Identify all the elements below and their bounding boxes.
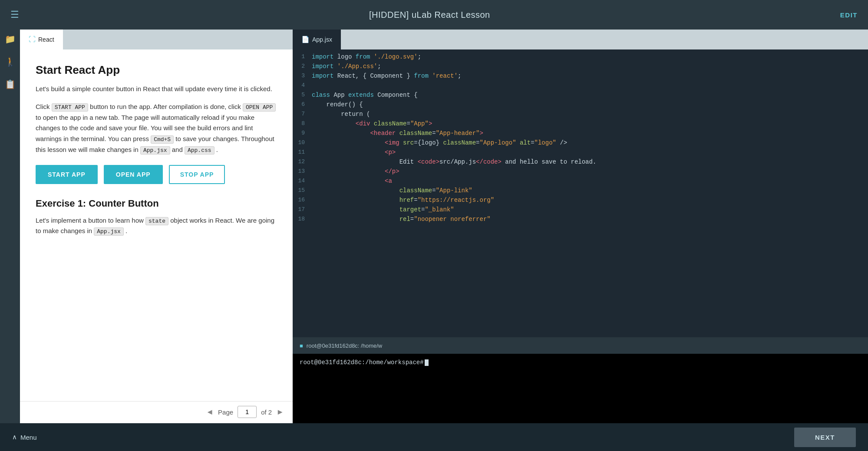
edit-button[interactable]: EDIT — [840, 11, 858, 19]
para2-before-start: Click — [36, 103, 52, 110]
line-number: 8 — [293, 120, 312, 127]
bottom-bar: ∧ Menu NEXT — [0, 423, 868, 451]
appcss-code: App.css — [185, 146, 215, 155]
code-line: 13 </p> — [293, 168, 868, 177]
para2-and: and — [172, 146, 185, 153]
line-content: Edit <code>src/App.js</code> and hello s… — [312, 158, 596, 165]
line-number: 18 — [293, 216, 312, 222]
code-line: 14 <a — [293, 177, 868, 187]
state-code: state — [145, 217, 168, 225]
line-content: import './App.css'; — [312, 63, 381, 70]
line-number: 4 — [293, 82, 312, 89]
line-content: <header className="App-header"> — [312, 130, 483, 137]
code-line: 6 render() { — [293, 101, 868, 110]
line-content: render() { — [312, 101, 363, 108]
next-page-button[interactable]: ► — [276, 408, 284, 417]
prev-page-button[interactable]: ◄ — [206, 408, 214, 417]
lesson-para1: Let's build a simple counter button in R… — [36, 84, 277, 95]
code-line: 2 import './App.css'; — [293, 63, 868, 72]
line-number: 5 — [293, 92, 312, 98]
para3-before: Let's implement a button to learn how — [36, 217, 145, 224]
hamburger-icon[interactable]: ☰ — [10, 10, 19, 20]
line-number: 9 — [293, 130, 312, 136]
lesson-heading: Start React App — [36, 63, 277, 77]
stop-app-button[interactable]: STOP APP — [169, 165, 225, 184]
line-number: 17 — [293, 206, 312, 213]
code-line: 9 <header className="App-header"> — [293, 129, 868, 139]
code-tab-row: 📄 App.jsx — [293, 30, 868, 49]
menu-label: Menu — [20, 434, 37, 441]
line-content: return ( — [312, 111, 370, 118]
line-number: 16 — [293, 197, 312, 203]
line-content: href="https://reactjs.org" — [312, 197, 494, 204]
cmd-s-code: Cmd+S — [151, 135, 174, 144]
code-line: 4 — [293, 82, 868, 91]
code-line: 17 target="_blank" — [293, 206, 868, 215]
code-panel: 📄 App.jsx 1 import logo from './logo.svg… — [293, 30, 868, 423]
page-label: Page — [218, 408, 233, 416]
action-buttons: START APP OPEN APP STOP APP — [36, 165, 277, 184]
line-number: 7 — [293, 111, 312, 117]
line-number: 2 — [293, 63, 312, 69]
person-icon[interactable]: 🚶 — [5, 56, 16, 67]
jsx-tab-icon: 📄 — [301, 36, 310, 43]
para3-end: . — [125, 227, 127, 234]
line-number: 13 — [293, 168, 312, 174]
line-content: className="App-link" — [312, 187, 472, 194]
tab-app-jsx[interactable]: 📄 App.jsx — [293, 30, 341, 49]
line-content: <div className="App"> — [312, 120, 432, 127]
menu-arrow-icon: ∧ — [12, 433, 17, 441]
para2-end: . — [216, 146, 218, 153]
code-line: 12 Edit <code>src/App.js</code> and hell… — [293, 158, 868, 168]
pagination: ◄ Page of 2 ► — [20, 401, 293, 423]
page-number-input[interactable] — [238, 406, 257, 418]
code-line: 1 import logo from './logo.svg'; — [293, 53, 868, 63]
line-number: 11 — [293, 149, 312, 155]
terminal-prompt: root@0e31fd162d8c:/home/workspace# — [300, 359, 861, 366]
line-number: 12 — [293, 158, 312, 165]
code-line: 10 <img src={logo} className="App-logo" … — [293, 139, 868, 148]
code-line: 8 <div className="App"> — [293, 120, 868, 129]
start-app-code: START APP — [52, 103, 88, 112]
lesson-para2: Click START APP button to run the app. A… — [36, 102, 277, 155]
terminal-prompt-text: root@0e31fd162d8c:/home/workspace# — [300, 359, 424, 366]
terminal-area[interactable]: root@0e31fd162d8c:/home/workspace# — [293, 354, 868, 423]
code-line: 7 return ( — [293, 110, 868, 120]
code-line: 3 import React, { Component } from 'reac… — [293, 72, 868, 82]
line-content: </p> — [312, 168, 399, 175]
exercise-heading: Exercise 1: Counter Button — [36, 198, 277, 209]
lesson-panel: ⛶ React Start React App Let's build a si… — [20, 30, 293, 423]
line-number: 6 — [293, 101, 312, 108]
line-number: 3 — [293, 72, 312, 79]
folder-icon[interactable]: 📁 — [5, 34, 16, 44]
code-line: 5 class App extends Component { — [293, 91, 868, 101]
lesson-content: Start React App Let's build a simple cou… — [20, 49, 293, 401]
open-app-code: OPEN APP — [243, 103, 276, 112]
react-tab-icon: ⛶ — [29, 36, 36, 43]
line-content: <img src={logo} className="App-logo" alt… — [312, 139, 567, 146]
menu-button[interactable]: ∧ Menu — [12, 433, 37, 441]
top-nav: ☰ [HIDDEN] uLab React Lesson EDIT — [0, 0, 868, 30]
line-content — [312, 82, 315, 89]
copy-icon[interactable]: 📋 — [5, 79, 16, 89]
tab-react[interactable]: ⛶ React — [20, 30, 63, 49]
open-app-button[interactable]: OPEN APP — [104, 165, 163, 184]
line-content: <p> — [312, 149, 396, 156]
terminal-tab-row: ■ root@0e31fd162d8c: /home/w — [293, 337, 868, 354]
para2-middle1: button to run the app. After compilation… — [90, 103, 243, 110]
code-line: 11 <p> — [293, 148, 868, 158]
line-content: <a — [312, 178, 392, 184]
line-content: target="_blank" — [312, 206, 454, 213]
terminal-tab-label: root@0e31fd162d8c: /home/w — [307, 342, 382, 349]
start-app-button[interactable]: START APP — [36, 165, 98, 184]
next-button[interactable]: NEXT — [794, 428, 856, 447]
line-number: 15 — [293, 187, 312, 194]
sidebar-icons: 📁 🚶 📋 — [0, 30, 20, 423]
appjsx-code-1: App.jsx — [140, 146, 170, 155]
code-line: 15 className="App-link" — [293, 187, 868, 196]
line-number: 10 — [293, 139, 312, 146]
appjsx-code-2: App.jsx — [94, 227, 124, 236]
code-editor[interactable]: 1 import logo from './logo.svg'; 2 impor… — [293, 49, 868, 337]
page-of-label: of 2 — [261, 408, 272, 416]
tab-row: ⛶ React — [20, 30, 293, 49]
